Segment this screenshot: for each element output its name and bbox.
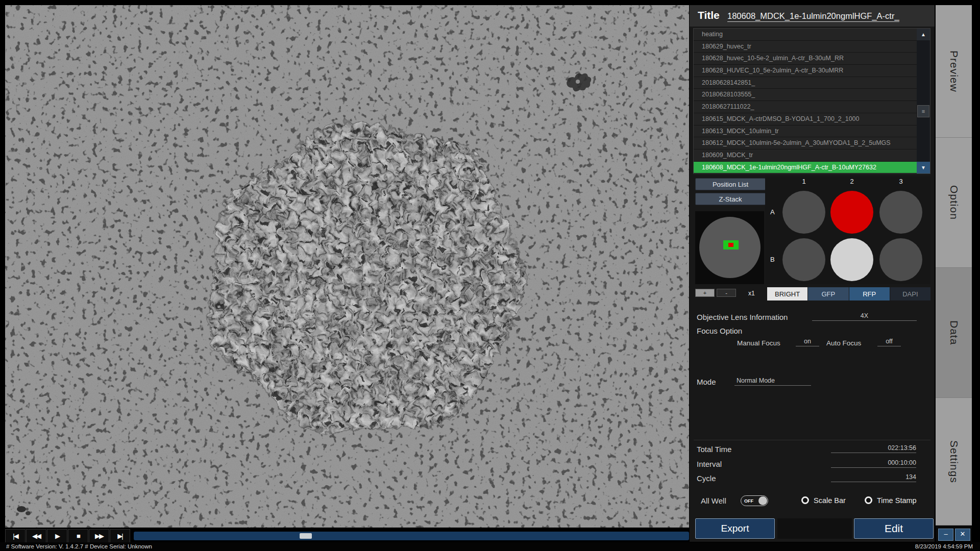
well-B2[interactable]: [830, 238, 873, 281]
channel-tabs: BRIGHT GFP RFP DAPI: [767, 287, 930, 300]
mode-label: Mode: [697, 378, 716, 386]
control-panel: Title 180608_MDCK_1e-1ulmin20ngmlHGF_A-c…: [690, 5, 935, 542]
time-stamp-radio[interactable]: [865, 496, 872, 504]
fast-forward-button[interactable]: ▶▶: [89, 529, 109, 543]
plate-column-header: 2: [847, 178, 857, 185]
export-button[interactable]: Export: [695, 518, 775, 539]
play-icon: ▶: [55, 532, 59, 540]
stop-button[interactable]: ■: [68, 529, 88, 543]
list-item-selected[interactable]: 180608_MDCK_1e-1ulmin20ngmlHGF_A-ctr_B-1…: [694, 162, 917, 174]
plate-column-header: 3: [896, 178, 906, 185]
manual-focus-value: on: [796, 337, 819, 346]
total-time-label: Total Time: [697, 445, 731, 454]
rewind-icon: ◀◀: [32, 532, 40, 540]
plate-row-label: B: [770, 256, 778, 263]
channel-tab-dapi[interactable]: DAPI: [890, 287, 930, 300]
list-scrollbar[interactable]: ▲ ≡ ▼: [917, 29, 930, 173]
well-navigation-circle[interactable]: [699, 217, 761, 278]
well-A3[interactable]: [879, 191, 922, 234]
scale-bar-radio[interactable]: [801, 496, 809, 504]
list-item[interactable]: heating: [694, 29, 917, 41]
skip-start-icon: |◀: [13, 532, 17, 540]
objective-lens-label: Objective Lens Information: [697, 313, 788, 321]
channel-tab-bright[interactable]: BRIGHT: [767, 287, 807, 300]
interval-value: 000:10:00: [831, 458, 916, 468]
plate-column-header: 1: [799, 178, 809, 185]
mode-value: Normal Mode: [734, 376, 811, 386]
list-item[interactable]: 180615_MDCK_A-ctrDMSO_B-YODA1_1_700_2_10…: [694, 113, 917, 126]
z-stack-button[interactable]: Z-Stack: [695, 193, 766, 205]
well-B3[interactable]: [879, 238, 922, 281]
cycle-value: 134: [831, 472, 916, 482]
grip-icon: ≡: [922, 108, 925, 114]
list-item[interactable]: 20180628103555_: [694, 89, 917, 101]
list-item[interactable]: 20180628142851_: [694, 77, 917, 89]
toggle-knob: [758, 496, 767, 505]
zoom-controls: + - x1: [695, 289, 772, 298]
tab-preview-label: Preview: [948, 51, 960, 92]
play-button[interactable]: ▶: [47, 529, 67, 543]
well-preview: [695, 211, 764, 284]
well-A2[interactable]: [830, 191, 873, 234]
all-well-toggle[interactable]: OFF: [741, 495, 768, 506]
list-item[interactable]: 20180627111022_: [694, 101, 917, 113]
auto-focus-value: off: [877, 337, 901, 346]
status-bar: # Software Version: V. 1.4.2.7 # Device …: [0, 542, 980, 551]
experiment-list: heating 180629_huvec_tr 180628_huvec_10-…: [693, 28, 930, 174]
zoom-out-button[interactable]: -: [717, 289, 736, 297]
close-button[interactable]: ✕: [955, 529, 970, 541]
scroll-down-button[interactable]: ▼: [917, 162, 930, 173]
zoom-in-button[interactable]: +: [695, 289, 715, 297]
minimize-button[interactable]: –: [938, 529, 953, 541]
skip-end-icon: ▶|: [117, 532, 122, 540]
total-time-value: 022:13:56: [831, 443, 916, 453]
list-item[interactable]: 180612_MDCK_10ulmin-5e-2ulmin_A_30uMYODA…: [694, 137, 917, 149]
edit-button[interactable]: Edit: [854, 518, 934, 539]
scroll-up-button[interactable]: ▲: [917, 29, 930, 40]
well-A1[interactable]: [782, 191, 825, 234]
position-list-button[interactable]: Position List: [695, 178, 766, 190]
title-bar: Title 180608_MDCK_1e-1ulmin20ngmlHGF_A-c…: [690, 5, 935, 27]
focus-option-label: Focus Option: [697, 327, 742, 335]
fast-forward-icon: ▶▶: [95, 532, 103, 540]
microscopy-image: [5, 5, 689, 528]
arrow-down-icon: ▼: [921, 165, 926, 170]
tab-settings-label: Settings: [948, 440, 960, 483]
software-version-text: # Software Version: V. 1.4.2.7 # Device …: [6, 543, 152, 549]
playback-controls: |◀ ◀◀ ▶ ■ ▶▶ ▶|: [5, 529, 689, 544]
plate-row-label: A: [770, 208, 778, 216]
seek-handle[interactable]: [300, 533, 312, 539]
list-item[interactable]: 180628_huvec_10-5e-2_ulmin_A-ctr_B-30uM_…: [694, 53, 917, 65]
tab-option[interactable]: Option: [936, 138, 972, 268]
rewind-button[interactable]: ◀◀: [26, 529, 46, 543]
list-item[interactable]: 180629_huvec_tr: [694, 41, 917, 53]
tab-data-label: Data: [948, 320, 960, 345]
tab-data[interactable]: Data: [936, 268, 972, 398]
channel-tab-rfp[interactable]: RFP: [849, 287, 890, 300]
cycle-label: Cycle: [697, 474, 716, 483]
roi-marker: [723, 240, 739, 249]
datetime-text: 8/23/2019 4:54:59 PM: [915, 543, 973, 549]
section-divider: [694, 440, 930, 440]
all-well-label: All Well: [701, 496, 726, 505]
scale-bar-label: Scale Bar: [814, 496, 846, 505]
panel-footer-spacer: [777, 518, 852, 539]
app-window: |◀ ◀◀ ▶ ■ ▶▶ ▶| # Software Version: V. 1…: [0, 0, 980, 551]
list-item[interactable]: 180628_HUVEC_10_5e-2ulmin_A-ctr_B-30uMRR: [694, 65, 917, 77]
side-tab-strip: Preview Option Data Settings – ✕: [936, 5, 972, 542]
interval-label: Interval: [697, 460, 722, 468]
skip-end-button[interactable]: ▶|: [110, 529, 130, 543]
well-B1[interactable]: [782, 238, 825, 281]
scroll-thumb[interactable]: ≡: [917, 105, 929, 117]
tab-preview[interactable]: Preview: [936, 5, 972, 138]
list-item[interactable]: 180609_MDCK_tr: [694, 149, 917, 162]
experiment-list-rows: heating 180629_huvec_tr 180628_huvec_10-…: [694, 29, 917, 173]
title-label: Title: [698, 9, 720, 21]
list-item[interactable]: 180613_MDCK_10ulmin_tr: [694, 126, 917, 138]
skip-start-button[interactable]: |◀: [5, 529, 26, 543]
seek-bar[interactable]: [134, 532, 689, 540]
tab-settings[interactable]: Settings: [936, 398, 972, 525]
tab-option-label: Option: [948, 185, 960, 220]
channel-tab-gfp[interactable]: GFP: [808, 287, 848, 300]
objective-lens-value: 4X: [812, 311, 917, 321]
